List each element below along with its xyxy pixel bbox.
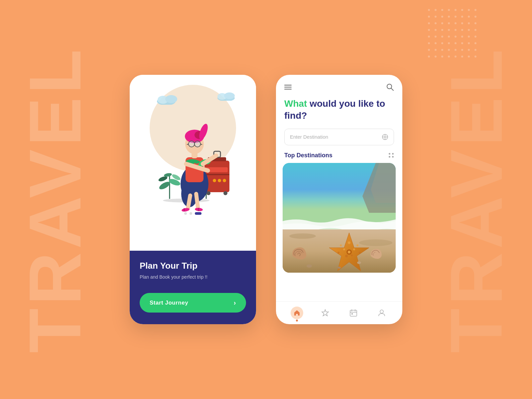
search-icon-button[interactable]: [386, 83, 394, 91]
svg-point-21: [461, 22, 463, 24]
svg-rect-142: [350, 310, 357, 316]
top-destinations-title: Top Destinations: [284, 152, 332, 159]
headline-colored-word: What: [284, 98, 307, 109]
svg-point-13: [461, 16, 463, 18]
search-icon: [386, 83, 394, 91]
right-phone-top-bar: [276, 75, 402, 94]
svg-point-14: [468, 16, 470, 18]
start-journey-arrow: ›: [234, 299, 236, 307]
svg-point-46: [468, 42, 470, 44]
svg-point-140: [357, 261, 361, 264]
svg-point-63: [474, 56, 476, 58]
svg-point-126: [359, 239, 392, 246]
pagination-dot-3[interactable]: [195, 212, 201, 215]
svg-point-114: [195, 141, 200, 147]
svg-point-11: [448, 16, 450, 18]
dot-menu-4: [392, 156, 394, 158]
svg-point-24: [428, 29, 430, 31]
svg-point-69: [224, 92, 235, 99]
location-icon: [382, 134, 388, 140]
search-placeholder: Enter Destination: [290, 134, 328, 140]
svg-rect-82: [204, 161, 229, 192]
svg-point-25: [435, 29, 437, 31]
top-destinations-header: Top Destinations: [276, 150, 402, 163]
left-phone-bottom-section: Plan Your Trip Plan and Book your perfec…: [130, 251, 256, 324]
svg-point-45: [461, 42, 463, 44]
pagination-dot-2[interactable]: [190, 212, 192, 215]
svg-rect-97: [184, 208, 185, 211]
svg-point-136: [359, 252, 361, 254]
svg-point-0: [428, 9, 430, 11]
hamburger-line-3: [284, 89, 292, 89]
trip-title: Plan Your Trip: [140, 261, 246, 271]
svg-point-66: [165, 95, 177, 103]
svg-point-17: [435, 22, 437, 24]
svg-point-16: [428, 22, 430, 24]
destination-search-bar[interactable]: Enter Destination: [284, 129, 394, 145]
dot-menu-1: [389, 153, 390, 155]
svg-point-35: [448, 36, 450, 38]
left-phone: Plan Your Trip Plan and Book your perfec…: [130, 75, 256, 324]
user-icon: [378, 309, 386, 317]
svg-point-5: [461, 9, 463, 11]
cloud-left: [156, 93, 183, 105]
trip-subtitle: Plan and Book your perfect trip !!: [140, 274, 246, 280]
svg-point-3: [448, 9, 450, 11]
nav-home-button[interactable]: [290, 306, 304, 320]
svg-point-26: [441, 29, 443, 31]
svg-point-15: [474, 16, 476, 18]
nav-bookings-button[interactable]: [346, 306, 361, 320]
svg-point-147: [380, 310, 383, 313]
illustration-area: [130, 75, 256, 251]
svg-point-2: [441, 9, 443, 11]
svg-point-34: [441, 36, 443, 38]
svg-point-42: [441, 42, 443, 44]
svg-point-48: [428, 49, 430, 51]
svg-point-23: [474, 22, 476, 24]
svg-point-128: [343, 248, 345, 250]
cloud-right: [216, 91, 236, 101]
svg-point-37: [461, 36, 463, 38]
svg-point-41: [435, 42, 437, 44]
svg-point-27: [448, 29, 450, 31]
start-journey-label: Start Journey: [150, 300, 188, 306]
headline: What would you like to find?: [276, 94, 402, 124]
svg-point-39: [474, 36, 476, 38]
svg-point-61: [461, 56, 463, 58]
star-icon: [321, 309, 329, 317]
svg-point-40: [428, 42, 430, 44]
nav-profile-button[interactable]: [374, 306, 389, 320]
svg-point-52: [455, 49, 457, 51]
svg-point-18: [441, 22, 443, 24]
traveler-illustration: [146, 106, 239, 212]
menu-button[interactable]: [284, 85, 292, 89]
svg-point-130: [345, 255, 348, 257]
svg-point-60: [455, 56, 457, 58]
svg-point-8: [428, 16, 430, 18]
svg-point-133: [340, 244, 342, 246]
svg-point-43: [448, 42, 450, 44]
hamburger-line-2: [284, 87, 292, 87]
svg-point-129: [353, 248, 355, 250]
svg-point-4: [455, 9, 457, 11]
svg-point-47: [474, 42, 476, 44]
svg-point-1: [435, 9, 437, 11]
destinations-more-button[interactable]: [389, 153, 394, 158]
svg-rect-99: [198, 208, 199, 211]
pagination-dot-1[interactable]: [184, 212, 187, 215]
start-journey-button[interactable]: Start Journey ›: [140, 293, 246, 313]
beach-scene-svg: [283, 163, 396, 273]
svg-point-138: [348, 251, 350, 253]
svg-point-51: [448, 49, 450, 51]
beach-destination-image[interactable]: [283, 163, 396, 273]
nav-favorites-button[interactable]: [318, 306, 332, 320]
svg-line-116: [391, 88, 394, 91]
svg-point-33: [435, 36, 437, 38]
svg-line-94: [188, 196, 190, 209]
background-travel-text-right: TRAVEL: [435, 46, 519, 353]
svg-point-90: [218, 179, 221, 182]
svg-point-20: [455, 22, 457, 24]
svg-point-125: [289, 233, 316, 239]
dot-menu-2: [392, 153, 394, 155]
svg-point-89: [213, 179, 216, 182]
